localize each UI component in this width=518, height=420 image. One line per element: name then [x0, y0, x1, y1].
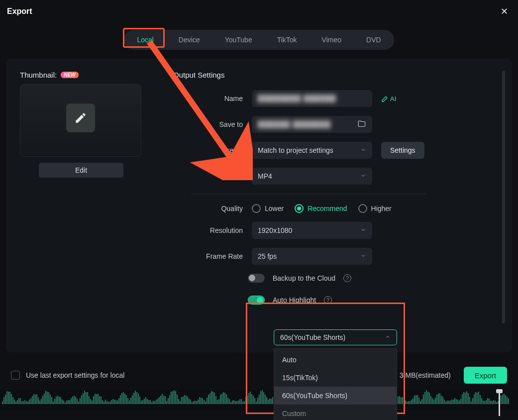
backup-cloud-toggle[interactable]: [248, 274, 265, 283]
quality-lower[interactable]: Lower: [252, 204, 284, 213]
quality-recommend[interactable]: Recommend: [295, 204, 347, 213]
preset-label: Preset: [173, 146, 243, 154]
preset-settings-button[interactable]: Settings: [381, 142, 424, 159]
export-button[interactable]: Export: [464, 367, 507, 384]
output-settings-title: Output Settings: [173, 71, 501, 79]
ah-option-15s[interactable]: 15s(TikTok): [274, 369, 397, 387]
tab-dvd[interactable]: DVD: [355, 32, 392, 48]
new-badge: NEW: [61, 72, 78, 78]
auto-highlight-label: Auto Highlight: [273, 296, 316, 304]
chevron-down-icon: [360, 172, 366, 180]
edit-thumbnail-icon: [66, 104, 95, 132]
saveto-label: Save to: [173, 120, 243, 128]
name-field[interactable]: ████████ ██████: [252, 90, 372, 107]
scrollbar[interactable]: [502, 71, 505, 323]
backup-cloud-label: Backup to the Cloud: [273, 274, 335, 282]
ah-option-60s[interactable]: 60s(YouTube Shorts): [274, 387, 397, 405]
chevron-down-icon: [360, 146, 366, 154]
close-icon[interactable]: ✕: [498, 4, 511, 19]
saveto-field[interactable]: ██████ ███████: [252, 116, 372, 133]
preset-select[interactable]: Match to project settings: [252, 142, 372, 159]
use-last-settings-label: Use last export settings for local: [26, 371, 124, 379]
tab-youtube[interactable]: YouTube: [214, 32, 263, 48]
format-label: Format: [173, 172, 243, 180]
window-title: Export: [7, 7, 32, 16]
divider: [191, 194, 426, 194]
playhead-marker[interactable]: [499, 390, 500, 416]
tab-device[interactable]: Device: [168, 32, 211, 48]
folder-icon[interactable]: [357, 119, 366, 130]
auto-highlight-select[interactable]: 60s(YouTube Shorts): [274, 329, 397, 345]
thumbnail-preview[interactable]: [20, 84, 141, 157]
tab-vimeo[interactable]: Vimeo: [311, 32, 352, 48]
tab-local[interactable]: Local: [126, 32, 164, 48]
tab-tiktok[interactable]: TikTok: [266, 32, 308, 48]
export-tabs: Local Device YouTube TikTok Vimeo DVD: [124, 30, 394, 50]
format-select[interactable]: MP4: [252, 168, 372, 185]
quality-higher[interactable]: Higher: [358, 204, 392, 213]
use-last-settings-checkbox[interactable]: [11, 371, 20, 380]
chevron-up-icon: [385, 333, 391, 341]
help-icon[interactable]: ?: [324, 296, 332, 304]
estimated-size: 3 MB(estimated): [400, 371, 451, 379]
framerate-label: Frame Rate: [173, 252, 243, 260]
ah-option-custom[interactable]: Custom: [274, 405, 397, 420]
resolution-select[interactable]: 1920x1080: [252, 222, 372, 239]
edit-button[interactable]: Edit: [39, 163, 123, 178]
auto-highlight-dropdown: Auto 15s(TikTok) 60s(YouTube Shorts) Cus…: [274, 348, 397, 420]
chevron-down-icon: [360, 252, 366, 260]
chevron-down-icon: [360, 226, 366, 234]
help-icon[interactable]: ?: [343, 274, 351, 282]
thumbnail-label: Thumbnail:: [20, 71, 57, 79]
quality-label: Quality: [173, 205, 243, 212]
resolution-label: Resolution: [173, 226, 243, 234]
timeline-waveform[interactable]: [0, 390, 518, 410]
framerate-select[interactable]: 25 fps: [252, 248, 372, 265]
name-label: Name: [173, 95, 243, 103]
auto-highlight-toggle[interactable]: [248, 296, 265, 305]
ai-rename-icon[interactable]: AI: [381, 95, 396, 103]
ah-option-auto[interactable]: Auto: [274, 351, 397, 369]
